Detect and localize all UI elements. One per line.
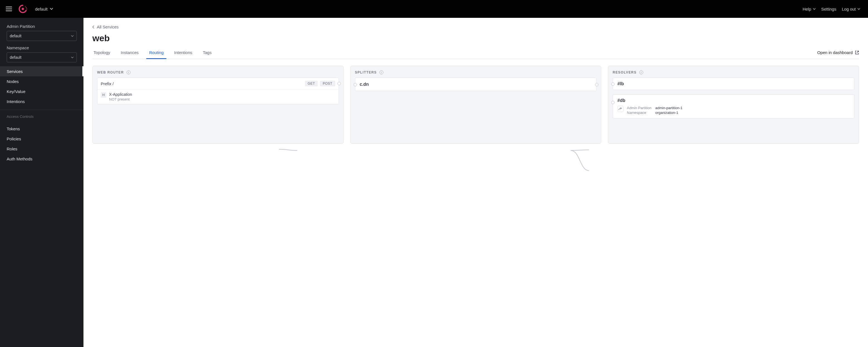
logout-menu[interactable]: Log out (839, 5, 863, 13)
tab-routing[interactable]: Routing (148, 46, 165, 59)
breadcrumb-all-services[interactable]: All Services (92, 25, 859, 29)
chevron-down-icon (858, 8, 860, 10)
svg-point-5 (25, 6, 26, 7)
route-prefix: Prefix / (101, 81, 114, 86)
menu-toggle-button[interactable] (3, 3, 14, 15)
sidebar-divider (0, 110, 84, 110)
sidebar-item-services[interactable]: Services (0, 66, 84, 76)
connector-dot (595, 83, 598, 86)
splitter-card[interactable]: c.dn (355, 78, 597, 91)
svg-point-1 (22, 8, 24, 10)
help-menu[interactable]: Help (800, 5, 818, 13)
info-icon[interactable] (379, 70, 383, 74)
sidebar-item-auth-methods[interactable]: Auth Methods (0, 154, 84, 164)
tab-instances[interactable]: Instances (120, 46, 140, 59)
namespace-label: Namespace (0, 45, 84, 52)
chevron-left-icon (92, 25, 95, 29)
connector-dot (338, 82, 341, 85)
router-panel-header: WEB ROUTER (97, 70, 339, 74)
connector-dot (353, 83, 357, 86)
namespace-select[interactable]: default (7, 52, 77, 62)
help-label: Help (803, 7, 811, 11)
info-icon[interactable] (127, 70, 130, 74)
chevron-down-icon (50, 8, 53, 10)
tab-tags[interactable]: Tags (202, 46, 213, 59)
datacenter-picker[interactable]: default (33, 5, 55, 13)
svg-point-6 (25, 11, 26, 12)
dashboard-link-label: Open in dashboard (817, 50, 853, 55)
resolver-title: #lb (617, 81, 850, 86)
route-card[interactable]: Prefix / GET POST H X-Application NOT pr… (97, 78, 339, 105)
partition-value: default (10, 34, 22, 38)
resolvers-panel: RESOLVERS #lb #db Admin Pa (608, 66, 859, 144)
splitters-panel: SPLITTERS c.dn (350, 66, 601, 144)
open-dashboard-link[interactable]: Open in dashboard (817, 50, 859, 55)
chevron-down-icon (71, 35, 74, 37)
access-nav: Tokens Policies Roles Auth Methods (0, 124, 84, 164)
page-title: web (92, 33, 859, 44)
svg-point-4 (26, 10, 26, 10)
sidebar-item-roles[interactable]: Roles (0, 144, 84, 154)
primary-nav: Services Nodes Key/Value Intentions (0, 66, 84, 106)
logout-label: Log out (842, 7, 856, 11)
partition-select[interactable]: default (7, 31, 77, 41)
external-link-icon (855, 50, 859, 55)
method-chip-get: GET (305, 81, 318, 86)
sidebar-item-policies[interactable]: Policies (0, 134, 84, 144)
header-badge: H (101, 92, 106, 98)
sidebar-item-nodes[interactable]: Nodes (0, 76, 84, 86)
redirect-icon (617, 106, 623, 112)
sidebar-item-kv[interactable]: Key/Value (0, 86, 84, 96)
datacenter-label: default (35, 7, 48, 11)
route-header-condition: NOT present (109, 97, 132, 102)
resolver-title: #db (617, 98, 850, 103)
splitters-panel-header: SPLITTERS (355, 70, 597, 74)
tabbar: Topology Instances Routing Intentions Ta… (92, 46, 859, 59)
splitter-label: c.dn (360, 82, 369, 87)
settings-link[interactable]: Settings (818, 5, 839, 13)
resolvers-panel-header: RESOLVERS (613, 70, 855, 74)
sidebar-item-intentions[interactable]: Intentions (0, 96, 84, 106)
route-header-name: X-Application (109, 92, 132, 97)
consul-logo (18, 4, 28, 14)
svg-point-2 (26, 7, 26, 8)
router-panel: WEB ROUTER Prefix / GET POST H (92, 66, 344, 144)
settings-label: Settings (821, 7, 836, 11)
top-bar: default Help Settings Log out (0, 0, 868, 18)
namespace-value: default (10, 55, 22, 60)
info-icon[interactable] (639, 70, 643, 74)
resolver-redirect-details: Admin Partition admin-partition-1 Namesp… (627, 106, 682, 115)
tab-intentions[interactable]: Intentions (173, 46, 193, 59)
chevron-down-icon (71, 57, 74, 58)
chevron-down-icon (813, 8, 816, 10)
sidebar-item-tokens[interactable]: Tokens (0, 124, 84, 134)
sidebar: Admin Partition default Namespace defaul… (0, 18, 84, 347)
method-chip-post: POST (320, 81, 335, 86)
routing-panels: WEB ROUTER Prefix / GET POST H (92, 66, 859, 144)
resolver-card-db[interactable]: #db Admin Partition admin-partition-1 Na… (613, 94, 855, 118)
partition-label: Admin Partition (0, 23, 84, 31)
resolver-card-lb[interactable]: #lb (613, 78, 855, 90)
access-controls-label: Access Controls (0, 114, 84, 121)
main-content: All Services web Topology Instances Rout… (84, 18, 868, 347)
tab-topology[interactable]: Topology (92, 46, 111, 59)
svg-point-3 (26, 8, 27, 9)
breadcrumb-label: All Services (97, 25, 119, 29)
